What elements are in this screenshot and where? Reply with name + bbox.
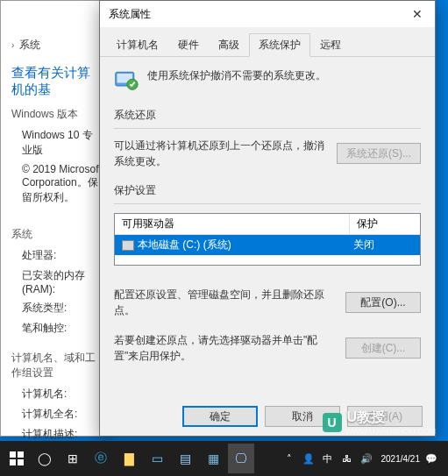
system-heading: 系统: [11, 227, 103, 242]
folder-icon: ▇: [124, 451, 134, 465]
action-center-icon[interactable]: 💬: [423, 453, 439, 465]
search-button[interactable]: ◯: [32, 444, 58, 473]
network-icon[interactable]: 🖧: [339, 453, 355, 464]
pictures-icon: ▦: [208, 451, 219, 465]
disk-icon: [122, 240, 134, 251]
fullname-label: 计算机全名:: [11, 404, 103, 424]
pcname-label: 计算机名:: [11, 384, 103, 404]
system-tray[interactable]: ˄ 👤 中 🖧 🔊 2021/4/21 💬: [281, 452, 445, 465]
tab-remote[interactable]: 远程: [310, 33, 351, 57]
drive-status: 关闭: [350, 235, 420, 255]
intro-text: 使用系统保护撤消不需要的系统更改。: [147, 67, 421, 83]
svg-rect-6: [18, 459, 24, 465]
pen-label: 笔和触控:: [11, 318, 103, 338]
close-icon: ✕: [412, 7, 423, 21]
taskbar[interactable]: ◯ ⊞ ⓔ ▇ ▭ ▤ ▦ 🖵 ˄ 👤 中 🖧 🔊 2021/4/21 💬: [0, 441, 448, 476]
system-restore-group: 系统还原 可以通过将计算机还原到上一个还原点，撤消系统更改。 系统还原(S)..…: [114, 108, 421, 169]
protection-settings-label: 保护设置: [114, 183, 421, 198]
monitor-icon: 🖵: [235, 451, 247, 465]
drive-row-c[interactable]: 本地磁盘 (C:) (系统) 关闭: [115, 235, 420, 255]
tray-overflow-icon[interactable]: ˄: [281, 453, 297, 465]
dialog-titlebar[interactable]: 系统属性 ✕: [100, 1, 435, 27]
restore-desc: 可以通过将计算机还原到上一个还原点，撤消系统更改。: [114, 138, 326, 169]
windows-icon: [10, 451, 24, 465]
col-protection[interactable]: 保护: [350, 214, 420, 234]
system-about-window: › 系统 查看有关计算机的基 Windows 版本 Windows 10 专业版…: [0, 0, 114, 437]
col-drive[interactable]: 可用驱动器: [115, 214, 350, 234]
breadcrumb[interactable]: › 系统: [11, 34, 103, 56]
watermark-url: WWW.UJIAOSHOU.COM: [345, 427, 437, 436]
winver-heading: Windows 版本: [11, 107, 103, 122]
systype-label: 系统类型:: [11, 298, 103, 318]
store-icon: ▭: [152, 451, 163, 465]
ok-button[interactable]: 确定: [182, 406, 258, 427]
create-desc: 若要创建还原点，请先选择驱动器并单击"配置"来启用保护。: [114, 332, 335, 364]
ram-label: 已安装的内存(RAM):: [11, 266, 103, 298]
taskbar-app-controlpanel[interactable]: ▤: [172, 444, 198, 473]
copyright-text: © 2019 Microsoft Corporation。保留所权利。: [11, 160, 103, 208]
close-button[interactable]: ✕: [400, 1, 435, 27]
computer-domain-heading: 计算机名、域和工作组设置: [11, 351, 103, 380]
protection-settings-group: 保护设置 可用驱动器 保护 本地磁盘 (C:) (系统) 关闭: [114, 183, 421, 364]
svg-rect-5: [10, 459, 16, 465]
taskbar-app-store[interactable]: ▭: [144, 444, 170, 473]
configure-desc: 配置还原设置、管理磁盘空间，并且删除还原点。: [114, 287, 335, 318]
watermark: U U教授 WWW.UJIAOSHOU.COM: [323, 409, 437, 436]
drive-list[interactable]: 可用驱动器 保护 本地磁盘 (C:) (系统) 关闭: [114, 213, 421, 266]
dialog-title-text: 系统属性: [109, 7, 151, 22]
taskview-button[interactable]: ⊞: [60, 444, 86, 473]
taskbar-clock[interactable]: 2021/4/21: [381, 454, 421, 464]
taskview-icon: ⊞: [68, 451, 78, 465]
taskbar-date: 2021/4/21: [381, 454, 421, 464]
control-panel-icon: ▤: [180, 451, 191, 465]
system-properties-dialog: 系统属性 ✕ 计算机名 硬件 高级 系统保护 远程 使用系统保护撤消不需要的系统…: [99, 0, 436, 437]
configure-button[interactable]: 配置(O)...: [345, 292, 421, 313]
taskbar-app-pictures[interactable]: ▦: [200, 444, 226, 473]
taskbar-app-explorer[interactable]: ▇: [116, 444, 142, 473]
edition-text: Windows 10 专业版: [11, 125, 103, 160]
tab-system-protection[interactable]: 系统保护: [249, 33, 310, 57]
search-icon: ◯: [38, 451, 52, 465]
page-title: 查看有关计算机的基: [11, 65, 103, 98]
drive-list-header: 可用驱动器 保护: [115, 214, 420, 235]
people-icon[interactable]: 👤: [301, 453, 316, 465]
crumb-system: 系统: [19, 38, 40, 53]
system-restore-label: 系统还原: [114, 108, 421, 123]
taskbar-app-edge[interactable]: ⓔ: [88, 444, 114, 473]
cpu-label: 处理器:: [11, 245, 103, 266]
svg-rect-4: [18, 451, 24, 458]
tab-hardware[interactable]: 硬件: [168, 33, 209, 57]
bg-titlebar: [1, 1, 113, 27]
tabstrip: 计算机名 硬件 高级 系统保护 远程: [100, 27, 435, 57]
chevron-right-icon: ›: [11, 40, 14, 50]
edge-icon: ⓔ: [95, 451, 107, 466]
volume-icon[interactable]: 🔊: [359, 453, 374, 465]
system-protection-icon: [114, 67, 139, 92]
ime-icon[interactable]: 中: [320, 452, 336, 465]
watermark-brand: U教授: [347, 409, 437, 427]
watermark-logo-icon: U: [323, 413, 342, 432]
taskbar-app-system[interactable]: 🖵: [228, 444, 254, 473]
tab-advanced[interactable]: 高级: [209, 33, 249, 57]
create-restore-point-button[interactable]: 创建(C)...: [345, 337, 421, 359]
system-restore-button[interactable]: 系统还原(S)...: [337, 143, 421, 164]
drive-name: 本地磁盘 (C:) (系统): [138, 238, 231, 252]
svg-rect-3: [10, 451, 16, 458]
tab-computer-name[interactable]: 计算机名: [107, 33, 168, 57]
start-button[interactable]: [4, 444, 30, 473]
